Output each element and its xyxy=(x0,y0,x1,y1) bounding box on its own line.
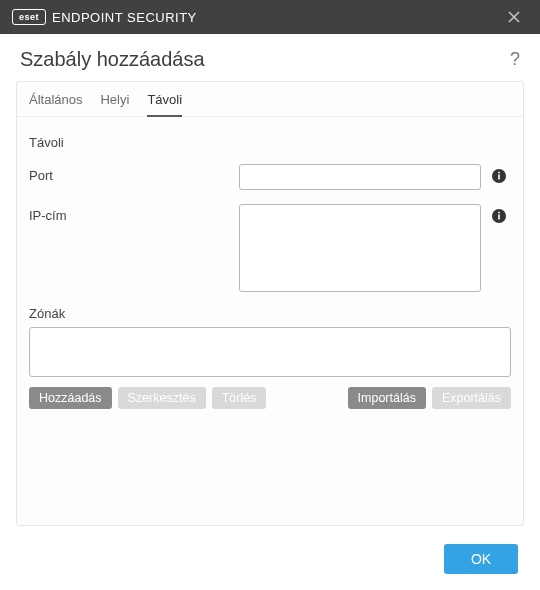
port-label: Port xyxy=(29,164,239,183)
row-port: Port xyxy=(29,164,511,190)
svg-rect-6 xyxy=(498,215,500,220)
ip-input[interactable] xyxy=(239,204,481,292)
zones-label: Zónák xyxy=(29,306,511,321)
zones-list[interactable] xyxy=(29,327,511,377)
info-icon[interactable] xyxy=(491,208,507,224)
ok-button[interactable]: OK xyxy=(444,544,518,574)
import-button[interactable]: Importálás xyxy=(348,387,426,409)
row-ip: IP-cím xyxy=(29,204,511,292)
svg-rect-3 xyxy=(498,175,500,180)
add-button[interactable]: Hozzáadás xyxy=(29,387,112,409)
help-icon[interactable]: ? xyxy=(510,49,520,70)
dialog-window: eset ENDPOINT SECURITY Szabály hozzáadás… xyxy=(0,0,540,590)
svg-rect-4 xyxy=(498,172,500,174)
form-body: Távoli Port IP-cím xyxy=(17,117,523,409)
port-input[interactable] xyxy=(239,164,481,190)
footer: OK xyxy=(0,526,540,590)
titlebar: eset ENDPOINT SECURITY xyxy=(0,0,540,34)
ip-label: IP-cím xyxy=(29,204,239,223)
close-icon[interactable] xyxy=(500,3,528,31)
header: Szabály hozzáadása ? xyxy=(0,34,540,81)
brand-text: ENDPOINT SECURITY xyxy=(52,10,197,25)
tab-general[interactable]: Általános xyxy=(29,92,82,116)
tab-remote[interactable]: Távoli xyxy=(147,92,182,117)
svg-rect-7 xyxy=(498,212,500,214)
info-icon[interactable] xyxy=(491,168,507,184)
page-title: Szabály hozzáadása xyxy=(20,48,510,71)
tab-local[interactable]: Helyi xyxy=(100,92,129,116)
zones-button-row: Hozzáadás Szerkesztés Törlés Importálás … xyxy=(29,387,511,409)
edit-button: Szerkesztés xyxy=(118,387,206,409)
section-label: Távoli xyxy=(29,135,511,150)
brand-badge: eset xyxy=(12,9,46,25)
delete-button: Törlés xyxy=(212,387,267,409)
panel: Általános Helyi Távoli Távoli Port IP-cí… xyxy=(16,81,524,526)
brand: eset ENDPOINT SECURITY xyxy=(12,9,197,25)
export-button: Exportálás xyxy=(432,387,511,409)
tabs: Általános Helyi Távoli xyxy=(17,82,523,117)
